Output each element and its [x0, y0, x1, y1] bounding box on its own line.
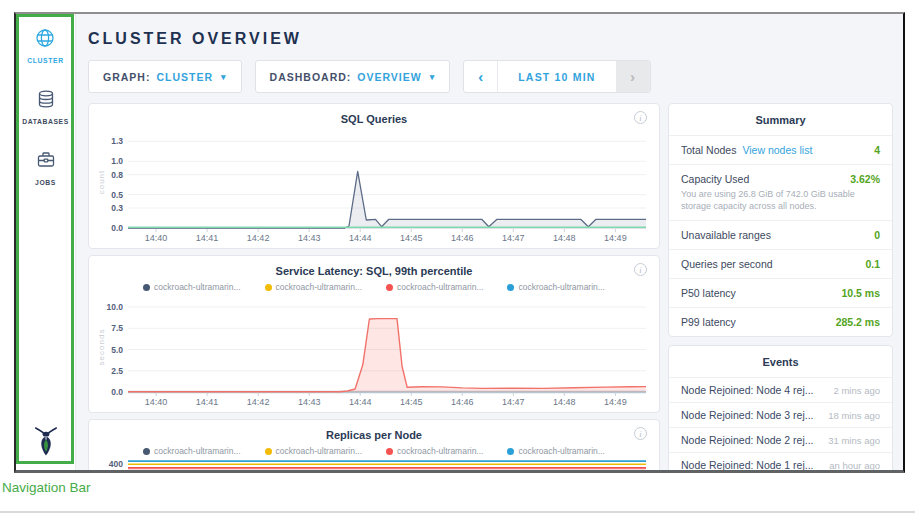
- legend-item[interactable]: cockroach-ultramarin...: [143, 282, 240, 292]
- sidebar-item-cluster[interactable]: CLUSTER: [27, 27, 63, 64]
- chevron-down-icon: ▾: [221, 72, 227, 82]
- events-panel: Events Node Rejoined: Node 4 rej... 2 mi…: [668, 345, 893, 470]
- p99-value: 285.2 ms: [836, 316, 880, 328]
- svg-text:seconds: seconds: [97, 329, 106, 366]
- legend-dot-icon: [143, 448, 150, 455]
- time-range-next-button[interactable]: ›: [616, 61, 650, 92]
- chart-plot: 0.02.55.07.510.014:4014:4114:4214:4314:4…: [96, 294, 652, 410]
- right-column: Summary Total Nodes View nodes list 4 Ca…: [668, 103, 893, 470]
- chart-plot: 0.00.30.50.81.01.314:4014:4114:4214:4314…: [96, 128, 652, 246]
- svg-text:1.0: 1.0: [111, 156, 123, 166]
- event-row: Node Rejoined: Node 3 rej... 18 mins ago: [669, 402, 892, 427]
- sidebar-item-jobs[interactable]: JOBS: [35, 149, 57, 186]
- graph-dropdown[interactable]: GRAPH: CLUSTER ▾: [88, 60, 242, 93]
- chart-title: SQL Queries: [341, 113, 407, 125]
- legend-label: cockroach-ultramarin...: [518, 446, 604, 456]
- sidebar-item-label: CLUSTER: [27, 57, 63, 64]
- dashboard-controls: GRAPH: CLUSTER ▾ DASHBOARD: OVERVIEW ▾ ‹…: [88, 60, 893, 93]
- svg-text:10.0: 10.0: [106, 302, 123, 312]
- briefcase-icon: [35, 149, 57, 175]
- svg-text:14:44: 14:44: [349, 233, 372, 243]
- svg-text:2.5: 2.5: [111, 366, 123, 376]
- svg-text:14:44: 14:44: [349, 397, 372, 407]
- time-range-selector: ‹ LAST 10 MIN ›: [463, 60, 650, 93]
- legend-dot-icon: [386, 448, 393, 455]
- svg-text:14:48: 14:48: [553, 233, 576, 243]
- legend-item[interactable]: cockroach-ultramarin...: [265, 282, 362, 292]
- legend-item[interactable]: cockroach-ultramarin...: [143, 446, 240, 456]
- capacity-description: You are using 26.8 GiB of 742.0 GiB usab…: [681, 188, 880, 212]
- legend-item[interactable]: cockroach-ultramarin...: [507, 282, 604, 292]
- summary-row-p99: P99 latency 285.2 ms: [669, 307, 892, 336]
- legend-item[interactable]: cockroach-ultramarin...: [386, 446, 483, 456]
- svg-text:0.5: 0.5: [111, 190, 123, 200]
- svg-text:0.3: 0.3: [111, 203, 123, 213]
- summary-row-total-nodes: Total Nodes View nodes list 4: [669, 135, 892, 164]
- legend-label: cockroach-ultramarin...: [397, 446, 483, 456]
- svg-text:count: count: [97, 170, 106, 195]
- legend-item[interactable]: cockroach-ultramarin...: [265, 446, 362, 456]
- event-label: Node Rejoined: Node 4 rej...: [681, 384, 814, 396]
- navigation-bar-annotation-box: [16, 14, 74, 464]
- svg-text:14:41: 14:41: [196, 233, 219, 243]
- summary-title: Summary: [669, 104, 892, 135]
- svg-text:14:47: 14:47: [502, 233, 525, 243]
- database-icon: [35, 88, 57, 114]
- replicas-per-node-chart-card: Replicas per Node i cockroach-ultramarin…: [88, 419, 660, 470]
- legend-label: cockroach-ultramarin...: [276, 446, 362, 456]
- legend-item[interactable]: cockroach-ultramarin...: [386, 282, 483, 292]
- chart-title: Service Latency: SQL, 99th percentile: [276, 265, 473, 277]
- svg-text:14:42: 14:42: [247, 233, 270, 243]
- event-label: Node Rejoined: Node 2 rej...: [681, 434, 814, 446]
- summary-row-unavailable-ranges: Unavailable ranges 0: [669, 220, 892, 249]
- bottom-divider: [0, 511, 915, 513]
- main-content: CLUSTER OVERVIEW GRAPH: CLUSTER ▾ DASHBO…: [76, 14, 903, 470]
- globe-icon: [34, 27, 56, 53]
- time-range-prev-button[interactable]: ‹: [464, 61, 498, 92]
- sql-queries-chart-card: SQL Queries i 0.00.30.50.81.01.314:4014:…: [88, 103, 660, 249]
- svg-text:14:43: 14:43: [298, 233, 321, 243]
- dashboard-dropdown-value: OVERVIEW: [357, 71, 421, 83]
- charts-column: SQL Queries i 0.00.30.50.81.01.314:4014:…: [88, 103, 660, 470]
- legend-label: cockroach-ultramarin...: [518, 282, 604, 292]
- info-icon[interactable]: i: [634, 111, 647, 124]
- svg-text:14:49: 14:49: [604, 397, 627, 407]
- legend-item[interactable]: cockroach-ultramarin...: [507, 446, 604, 456]
- sidebar-item-databases[interactable]: DATABASES: [22, 88, 69, 125]
- p50-label: P50 latency: [681, 287, 736, 299]
- qps-value: 0.1: [865, 258, 880, 270]
- annotated-screenshot: CLUSTER DATABASES: [0, 0, 915, 517]
- chart-plot: 400: [96, 458, 652, 470]
- summary-panel: Summary Total Nodes View nodes list 4 Ca…: [668, 103, 893, 337]
- svg-text:14:47: 14:47: [502, 397, 525, 407]
- qps-label: Queries per second: [681, 258, 773, 270]
- svg-text:400: 400: [109, 459, 123, 469]
- total-nodes-value: 4: [874, 144, 880, 156]
- info-icon[interactable]: i: [634, 427, 647, 440]
- time-range-value[interactable]: LAST 10 MIN: [498, 61, 615, 92]
- view-nodes-list-link[interactable]: View nodes list: [742, 144, 812, 156]
- svg-text:7.5: 7.5: [111, 323, 123, 333]
- svg-text:14:46: 14:46: [451, 233, 474, 243]
- summary-row-capacity: Capacity Used 3.62% You are using 26.8 G…: [669, 164, 892, 220]
- unavailable-ranges-label: Unavailable ranges: [681, 229, 771, 241]
- event-time: 31 mins ago: [828, 435, 880, 446]
- svg-text:0.8: 0.8: [111, 170, 123, 180]
- svg-text:0.0: 0.0: [111, 387, 123, 397]
- chart-legend: cockroach-ultramarin...cockroach-ultrama…: [93, 280, 655, 294]
- sidebar-item-label: DATABASES: [22, 118, 69, 125]
- summary-row-p50: P50 latency 10.5 ms: [669, 278, 892, 307]
- legend-dot-icon: [507, 448, 514, 455]
- dashboard-dropdown[interactable]: DASHBOARD: OVERVIEW ▾: [255, 60, 451, 93]
- event-time: 2 mins ago: [834, 385, 880, 396]
- info-icon[interactable]: i: [634, 263, 647, 276]
- p50-value: 10.5 ms: [841, 287, 880, 299]
- chart-title: Replicas per Node: [326, 429, 422, 441]
- total-nodes-label: Total Nodes: [681, 144, 736, 156]
- navigation-sidebar: CLUSTER DATABASES: [16, 14, 76, 470]
- legend-label: cockroach-ultramarin...: [154, 446, 240, 456]
- legend-label: cockroach-ultramarin...: [276, 282, 362, 292]
- capacity-value: 3.62%: [850, 173, 880, 185]
- sidebar-item-label: JOBS: [35, 179, 56, 186]
- svg-text:14:40: 14:40: [145, 233, 168, 243]
